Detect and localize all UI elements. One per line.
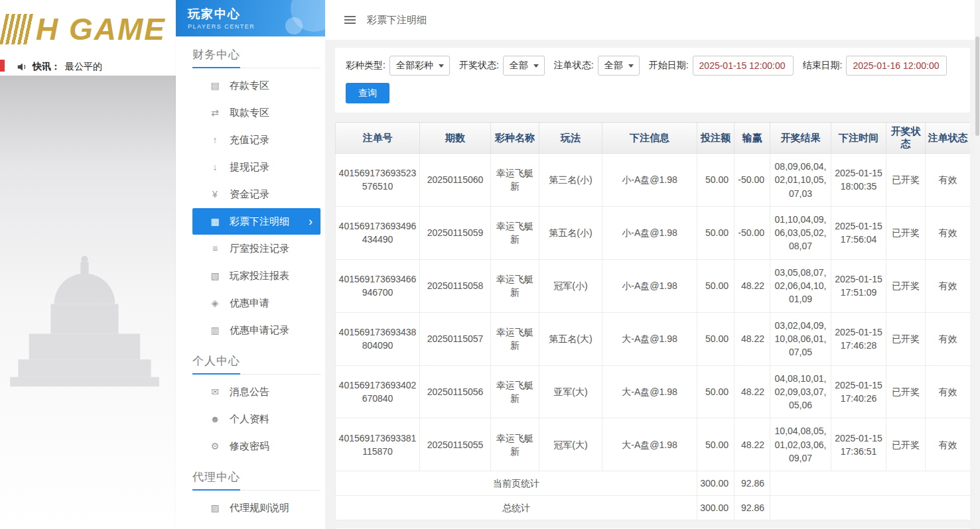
sidebar-item[interactable]: ▦彩票下注明细› [192, 208, 320, 235]
order-status-select[interactable]: 全部 [598, 56, 640, 76]
search-button[interactable]: 查询 [346, 83, 389, 103]
summary-bet-total: 300.00 [697, 471, 735, 496]
sidebar-item-label: 消息公告 [230, 386, 269, 398]
sidebar-item[interactable]: ↓提现记录 [192, 154, 320, 180]
table-cell: 20250115060 [420, 154, 491, 207]
site-logo: H GAME [3, 11, 166, 47]
table-cell: 401569173693402670840 [336, 365, 420, 418]
scrollbar[interactable] [975, 0, 980, 529]
scrollbar-thumb[interactable] [975, 36, 979, 136]
menu-toggle-icon[interactable] [342, 13, 358, 27]
table-cell: 03,02,04,09,10,08,06,01,07,05 [770, 312, 831, 365]
table-cell: 401569173693466946700 [336, 259, 420, 312]
site-photo [0, 76, 176, 529]
table-cell: 401569173693523576510 [336, 154, 420, 207]
sidebar-item-label: 彩票下注明细 [230, 215, 289, 228]
column-header: 开奖结果 [770, 123, 831, 154]
sidebar-item[interactable]: ▨代理规则说明 [192, 495, 320, 521]
chevron-right-icon: › [309, 215, 313, 227]
chevron-down-icon [439, 64, 444, 68]
sidebar-title: 玩家中心 [188, 6, 325, 22]
news-marquee: 快讯： 最公平的 [0, 58, 176, 76]
sidebar-item[interactable]: ¥资金记录 [192, 181, 320, 207]
table-cell: 已开奖 [886, 312, 926, 365]
table-cell: 第五名(大) [539, 312, 602, 365]
filter-row: 彩种类型: 全部彩种 开奖状态: 全部 注单状态: 全部 [346, 56, 959, 76]
column-header: 注单号 [336, 123, 420, 154]
table-cell: 2025-01-15 17:56:04 [831, 206, 886, 259]
sidebar-item-label: 代理规则说明 [230, 502, 289, 514]
news-label: 快讯： [33, 61, 60, 73]
table-cell: 48.22 [735, 259, 770, 312]
column-header: 开奖状态 [886, 123, 926, 154]
sidebar-item-label: 厅室投注记录 [230, 243, 289, 255]
table-cell: 20250115055 [420, 418, 491, 471]
draw-status-select[interactable]: 全部 [503, 56, 545, 76]
table-cell: 小-A盘@1.98 [602, 154, 697, 207]
table-cell: 已开奖 [886, 154, 926, 207]
lottery-type-select[interactable]: 全部彩种 [389, 56, 450, 76]
table-cell: 第五名(小) [539, 206, 602, 259]
profile-icon: ☻ [209, 414, 221, 424]
sidebar-subtitle: PLAYERS CENTER [188, 23, 325, 30]
sidebar-item[interactable]: ▥优惠申请记录 [192, 317, 320, 343]
table-cell: 大-A盘@1.98 [602, 312, 697, 365]
table-cell: 48.22 [735, 418, 770, 471]
sidebar-item[interactable]: ✉消息公告 [192, 379, 320, 405]
end-date-label: 结束日期: [803, 60, 843, 72]
sidebar-item-label: 优惠申请 [230, 297, 269, 310]
sidebar-item[interactable]: ▧玩家投注报表 [192, 263, 320, 289]
sidebar-item[interactable]: ▤存款专区 [192, 72, 320, 99]
table-cell: 幸运飞艇新 [491, 365, 539, 418]
column-header: 期数 [420, 123, 491, 154]
table-cell: 20250115058 [420, 259, 491, 312]
table-cell: 已开奖 [886, 365, 926, 418]
capitol-building-image [3, 221, 166, 445]
table-cell: 20250115057 [420, 312, 491, 365]
sidebar-item[interactable]: ⇄取款专区 [192, 99, 320, 126]
table-cell: 48.22 [735, 365, 770, 418]
table-cell: 20250115059 [420, 206, 491, 259]
withdrawal-records-icon: ↓ [209, 162, 221, 172]
sidebar-item[interactable]: ⚙修改密码 [192, 433, 320, 459]
sidebar-item[interactable]: ≡厅室投注记录 [192, 235, 320, 262]
table-cell: 08,09,06,04,02,01,10,05,07,03 [770, 154, 831, 207]
order-status-label: 注单状态: [554, 60, 594, 72]
table-cell: 大-A盘@1.98 [602, 365, 697, 418]
bets-table: 注单号期数彩种名称玩法下注信息投注额输赢开奖结果下注时间开奖状态注单状态 401… [335, 122, 970, 520]
main-content: 彩票下注明细 彩种类型: 全部彩种 开奖状态: 全部 注单状态: [325, 0, 980, 529]
table-cell: 2025-01-15 17:40:26 [831, 365, 886, 418]
draw-status-value: 全部 [510, 60, 528, 72]
chevron-down-icon [533, 64, 539, 68]
table-cell: -50.00 [735, 154, 770, 207]
start-date-input[interactable] [693, 56, 794, 76]
sidebar-item-label: 资金记录 [230, 188, 269, 201]
start-date-label: 开始日期: [649, 60, 689, 72]
sidebar-item[interactable]: ☻个人资料 [192, 406, 320, 432]
table-cell: 幸运飞艇新 [491, 312, 539, 365]
table-cell: 20250115056 [420, 365, 491, 418]
sidebar-item[interactable]: ◈优惠申请 [192, 290, 320, 316]
summary-winloss-total: 92.86 [735, 496, 770, 520]
summary-empty [770, 471, 971, 496]
table-cell: 幸运飞艇新 [491, 418, 539, 471]
main-topbar: 彩票下注明细 [325, 0, 980, 40]
sidebar-section-title: 个人中心 [192, 344, 320, 375]
summary-row: 总统计300.0092.86 [336, 496, 971, 520]
end-date-input[interactable] [846, 56, 947, 76]
table-cell: 04,08,10,01,02,09,03,07,05,06 [770, 365, 831, 418]
change-password-icon: ⚙ [209, 441, 221, 451]
table-cell: 大-A盘@1.98 [602, 418, 697, 471]
sidebar-item-label: 充值记录 [230, 134, 269, 147]
summary-label: 当前页统计 [336, 471, 697, 496]
sidebar: 玩家中心 PLAYERS CENTER 财务中心▤存款专区⇄取款专区↑充值记录↓… [176, 0, 325, 529]
table-cell: 冠军(大) [539, 418, 602, 471]
table-cell: 10,04,08,05,01,02,03,06,09,07 [770, 418, 831, 471]
table-cell: 03,05,08,07,02,06,04,10,01,09 [770, 259, 831, 312]
messages-icon: ✉ [209, 386, 221, 397]
sidebar-item[interactable]: ▩代理团队统计 [192, 522, 320, 529]
column-header: 彩种名称 [491, 123, 539, 154]
marquee-accent [0, 60, 5, 72]
sidebar-item[interactable]: ↑充值记录 [192, 127, 320, 153]
player-bet-report-icon: ▧ [209, 270, 221, 281]
